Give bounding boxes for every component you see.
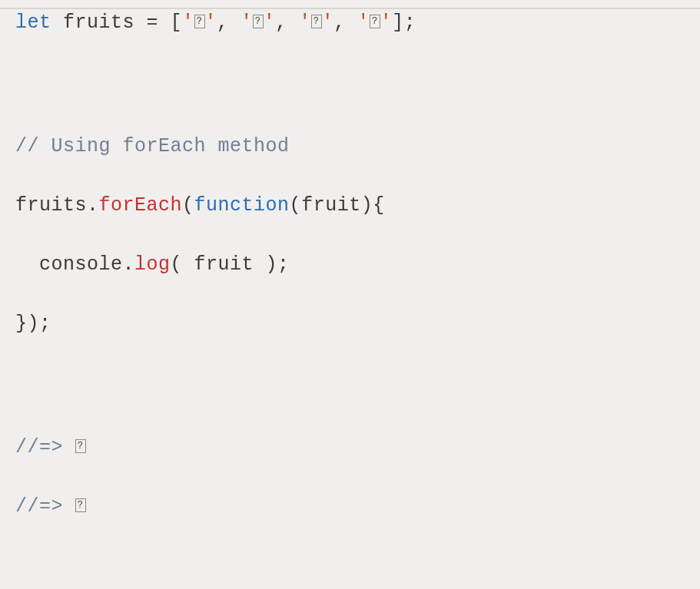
comment-text: // Using forEach method [15,135,290,157]
emoji-placeholder-icon: ? [311,15,322,28]
emoji-placeholder-icon: ? [253,15,264,28]
paren-close: ) [361,194,373,217]
paren-open: ( [290,194,302,217]
emoji-placeholder-icon: ? [194,15,205,28]
emoji-placeholder-icon: ? [75,439,86,453]
code-line-4: }); [15,310,685,337]
string-quote: ' [380,12,393,34]
output-line-1: //=> ? [15,434,685,461]
code-line-3: console.log( fruit ); [15,251,685,278]
paren-open: ( [171,253,194,276]
blank-line [15,160,685,192]
string-quote: ' [299,12,311,34]
code-line-1: let fruits = ['?', '?', '?', '?']; [15,9,685,36]
brace-open: { [373,194,385,217]
blank-line [15,461,685,493]
bracket-close: ]; [392,12,416,34]
method-log: log [134,253,171,276]
method-foreach: forEach [99,194,183,217]
code-block: let fruits = ['?', '?', '?', '?']; // Us… [15,8,685,520]
equals-operator: = [147,12,171,34]
arg-fruit: fruit [194,253,254,276]
code-line-2: fruits.forEach(function(fruit){ [15,192,685,219]
keyword-function: function [194,194,290,217]
comma-sep: , [275,12,299,34]
paren-close: ); [254,253,290,276]
keyword-let: let [15,12,63,34]
blank-line [15,278,685,310]
string-quote: ' [241,12,253,34]
output-prefix: //=> [15,436,75,458]
dot-operator: . [123,253,135,276]
output-prefix: //=> [15,495,75,518]
string-quote: ' [322,12,334,34]
string-quote: ' [264,12,276,34]
comma-sep: , [217,12,241,34]
comma-sep: , [333,12,357,34]
emoji-placeholder-icon: ? [370,15,380,28]
obj-console: console [39,253,123,276]
bracket-open: [ [171,12,183,34]
dot-operator: . [87,194,99,217]
paren-open: ( [182,194,194,217]
blank-line [15,219,685,251]
blank-lines [15,36,685,133]
obj-fruits: fruits [15,194,87,217]
string-quote: ' [182,12,194,34]
closing-brackets: }); [15,313,51,335]
indent [15,253,39,276]
emoji-placeholder-icon: ? [75,498,86,512]
string-quote: ' [357,12,370,34]
blank-lines [15,337,685,434]
var-fruits: fruits [63,12,147,34]
output-line-2: //=> ? [15,493,685,520]
param-fruit: fruit [301,194,361,217]
string-quote: ' [205,12,217,34]
code-comment-1: // Using forEach method [15,133,685,160]
